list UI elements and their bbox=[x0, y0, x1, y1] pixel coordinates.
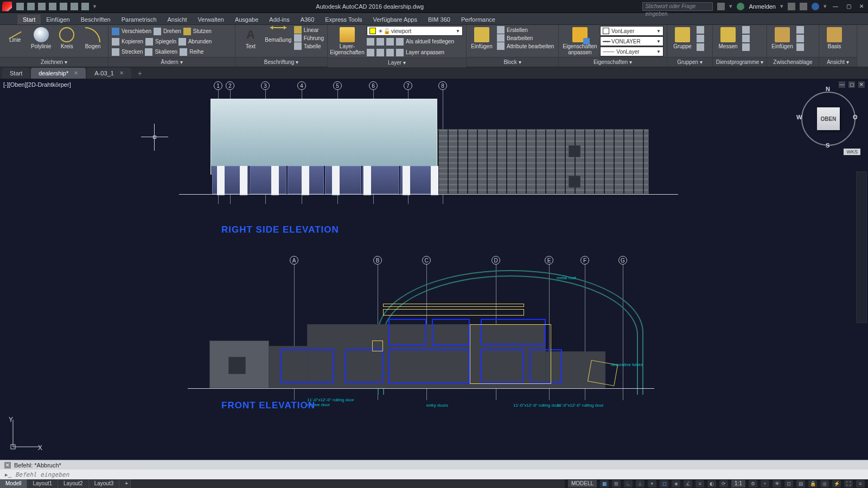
layer-icon-5[interactable] bbox=[376, 49, 384, 56]
file-tab-start[interactable]: Start bbox=[2, 68, 30, 79]
attribute-bearbeiten-button[interactable]: Attribute bearbeiten bbox=[497, 42, 554, 50]
panel-zwischen-title[interactable]: Zwischenablage bbox=[767, 57, 819, 67]
qat-saveas-icon[interactable] bbox=[49, 3, 56, 10]
strecken-button[interactable]: Strecken bbox=[112, 48, 143, 56]
status-polar-icon[interactable]: ✶ bbox=[648, 480, 656, 487]
signin-label[interactable]: Anmelden bbox=[749, 3, 776, 10]
viewcube-wks[interactable]: WKS bbox=[844, 149, 860, 155]
tabelle-button[interactable]: Tabelle bbox=[294, 42, 324, 50]
window-maximize-button[interactable]: ▢ bbox=[844, 3, 853, 10]
viewcube-west[interactable]: W bbox=[796, 114, 802, 120]
qat-open-icon[interactable] bbox=[27, 3, 35, 10]
bogen-button[interactable]: Bogen bbox=[81, 26, 105, 49]
util-icon-3[interactable] bbox=[742, 43, 750, 51]
text-button[interactable]: AText bbox=[239, 26, 263, 57]
status-cycling-icon[interactable]: ⟳ bbox=[719, 480, 728, 487]
status-workspace-icon[interactable]: + bbox=[761, 480, 769, 487]
close-icon[interactable]: ✕ bbox=[74, 70, 78, 76]
ribbon-tab-a360[interactable]: A360 bbox=[295, 15, 320, 24]
cmd-close-icon[interactable]: ✕ bbox=[4, 462, 11, 468]
status-cleanscreen-icon[interactable]: ⛶ bbox=[844, 480, 853, 487]
status-scale[interactable]: 1:1 bbox=[731, 480, 745, 487]
layer-dropdown[interactable]: ☀🔓viewport▼ bbox=[367, 26, 463, 36]
util-icon-2[interactable] bbox=[742, 35, 750, 42]
fuehrung-button[interactable]: Führung bbox=[294, 34, 324, 42]
app-logo[interactable] bbox=[2, 2, 12, 11]
drawing-viewport[interactable]: [-][Oben][2D-Drahtkörper] — ▢ ✕ N S O W … bbox=[0, 79, 868, 460]
block-bearbeiten-button[interactable]: Bearbeiten bbox=[497, 34, 554, 42]
messen-button[interactable]: Messen bbox=[716, 26, 740, 49]
viewport-minimize-icon[interactable]: — bbox=[839, 81, 845, 88]
window-close-button[interactable]: ✕ bbox=[857, 3, 866, 10]
kreis-button[interactable]: Kreis bbox=[55, 26, 79, 49]
file-tab-dealership[interactable]: dealership*✕ bbox=[31, 68, 86, 79]
reihe-button[interactable]: Reihe bbox=[180, 48, 203, 56]
layout-tab-layout1[interactable]: Layout1 bbox=[27, 479, 58, 488]
ribbon-tab-bim360[interactable]: BIM 360 bbox=[423, 15, 456, 24]
panel-eigenschaften-title[interactable]: Eigenschaften ▾ bbox=[559, 57, 667, 67]
exchange-apps-icon[interactable] bbox=[717, 3, 725, 10]
help-icon[interactable] bbox=[812, 3, 819, 10]
status-osnap-icon[interactable]: ◻ bbox=[660, 480, 668, 487]
window-minimize-button[interactable]: — bbox=[831, 3, 840, 10]
eigenschaften-anpassen-button[interactable]: Eigenschaften anpassen bbox=[562, 26, 598, 57]
status-hwacc-icon[interactable]: ⚡ bbox=[832, 480, 841, 487]
block-erstellen-button[interactable]: Erstellen bbox=[497, 26, 554, 34]
ribbon-tab-beschriften[interactable]: Beschriften bbox=[75, 15, 116, 24]
group-icon-1[interactable] bbox=[697, 26, 704, 34]
stutzen-button[interactable]: Stutzen bbox=[183, 28, 212, 35]
ribbon-tab-ansicht[interactable]: Ansicht bbox=[162, 15, 193, 24]
panel-dienst-title[interactable]: Dienstprogramme ▾ bbox=[713, 57, 767, 67]
layout-tab-layout3[interactable]: Layout3 bbox=[89, 479, 120, 488]
clip-icon-1[interactable] bbox=[796, 26, 804, 34]
layer-anpassen-button[interactable]: Layer anpassen bbox=[396, 49, 444, 56]
drehen-button[interactable]: Drehen bbox=[154, 28, 181, 35]
viewport-close-icon[interactable]: ✕ bbox=[858, 81, 865, 88]
panel-zeichnen-title[interactable]: Zeichnen ▾ bbox=[0, 57, 108, 67]
bemassung-button[interactable]: Bemaßung bbox=[263, 26, 294, 57]
status-model[interactable]: MODELL bbox=[568, 480, 597, 487]
qat-undo-icon[interactable] bbox=[71, 3, 78, 10]
skalieren-button[interactable]: Skalieren bbox=[145, 48, 177, 56]
ribbon-tab-apps[interactable]: Verfügbare Apps bbox=[368, 15, 423, 24]
infocenter-search[interactable]: Stichwort oder Frage eingeben bbox=[642, 2, 713, 11]
abrunden-button[interactable]: Abrunden bbox=[178, 38, 212, 46]
layereigenschaften-button[interactable]: Layer- Eigenschaften bbox=[331, 26, 363, 57]
status-isolate-icon[interactable]: ◎ bbox=[820, 480, 829, 487]
panel-layer-title[interactable]: Layer ▾ bbox=[328, 57, 466, 67]
layer-icon-6[interactable] bbox=[386, 49, 394, 56]
ribbon-tab-ausgabe[interactable]: Ausgabe bbox=[229, 15, 264, 24]
panel-block-title[interactable]: Block ▾ bbox=[467, 57, 558, 67]
viewcube-south[interactable]: S bbox=[826, 142, 829, 149]
linie-button[interactable]: Linie bbox=[3, 26, 27, 43]
block-einfuegen-button[interactable]: Einfügen bbox=[470, 26, 494, 57]
color-dropdown[interactable]: VonLayer▼ bbox=[600, 26, 663, 36]
viewport-label[interactable]: [-][Oben][2D-Drahtkörper] bbox=[3, 81, 71, 88]
spiegeln-button[interactable]: Spiegeln bbox=[145, 38, 176, 46]
als-aktuell-button[interactable]: Als aktuell festlegen bbox=[396, 38, 454, 46]
layer-icon-2[interactable] bbox=[376, 38, 384, 46]
command-input-row[interactable]: ▸_ bbox=[0, 470, 868, 479]
file-tab-a031[interactable]: A-03_1✕ bbox=[87, 68, 131, 79]
layout-tab-layout2[interactable]: Layout2 bbox=[58, 479, 89, 488]
ribbon-tab-verwalten[interactable]: Verwalten bbox=[193, 15, 229, 24]
ribbon-tab-einfuegen[interactable]: Einfügen bbox=[41, 15, 75, 24]
layer-icon-4[interactable] bbox=[367, 49, 374, 56]
status-3dosnap-icon[interactable]: ◈ bbox=[672, 480, 680, 487]
exchange-icon[interactable] bbox=[788, 3, 795, 10]
stayconnected-icon[interactable] bbox=[800, 3, 807, 10]
status-annoscale-icon[interactable]: ⚙ bbox=[749, 480, 757, 487]
basis-button[interactable]: Basis bbox=[822, 26, 846, 49]
ribbon-tab-parametrisch[interactable]: Parametrisch bbox=[116, 15, 162, 24]
qat-save-icon[interactable] bbox=[38, 3, 46, 10]
paste-button[interactable]: Einfügen bbox=[770, 26, 794, 49]
panel-beschriftung-title[interactable]: Beschriftung ▾ bbox=[235, 57, 327, 67]
qat-plot-icon[interactable] bbox=[60, 3, 67, 10]
status-custom-icon[interactable]: ≡ bbox=[856, 480, 865, 487]
polylinie-button[interactable]: Polylinie bbox=[29, 26, 53, 49]
viewport-maximize-icon[interactable]: ▢ bbox=[848, 81, 855, 88]
layout-tab-modell[interactable]: Modell bbox=[0, 479, 27, 488]
gruppe-button[interactable]: Gruppe bbox=[671, 26, 694, 49]
panel-aendern-title[interactable]: Ändern ▾ bbox=[108, 57, 235, 67]
linear-button[interactable]: Linear bbox=[294, 26, 324, 34]
